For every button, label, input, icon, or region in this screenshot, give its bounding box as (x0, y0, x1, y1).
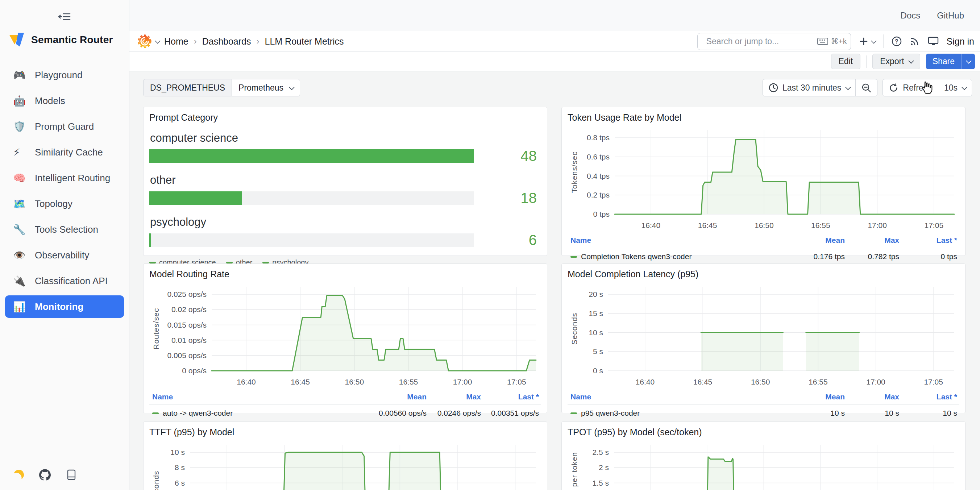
svg-text:2 s: 2 s (599, 463, 609, 471)
svg-text:0 tps: 0 tps (593, 210, 609, 218)
time-series-chart[interactable]: 0 tps0.2 tps0.4 tps0.6 tps0.8 tps16:4016… (568, 124, 959, 233)
panel-title[interactable]: Model Completion Latency (p95) (568, 269, 959, 280)
refresh-button[interactable]: Refresh (883, 80, 938, 96)
last-value: 0 tps (899, 252, 957, 261)
brain-icon: 🧠 (13, 172, 26, 184)
help-icon[interactable]: ? (892, 36, 902, 46)
svg-text:17:00: 17:00 (866, 378, 885, 386)
share-menu-chevron[interactable] (961, 54, 975, 69)
search-shortcut: ⌘+k (817, 37, 847, 46)
shield-icon: 🛡️ (13, 121, 26, 133)
time-series-chart[interactable]: 0 ops/s0.005 ops/s0.01 ops/s0.015 ops/s0… (149, 281, 541, 390)
bar-label: psychology (150, 216, 541, 229)
time-series-chart[interactable]: 0 s0.5 s1 s1.5 s2 s2.5 s16:4016:4516:501… (568, 439, 959, 490)
svg-text:16:45: 16:45 (698, 221, 717, 229)
svg-text:16:50: 16:50 (754, 221, 774, 229)
svg-text:17:05: 17:05 (507, 378, 526, 386)
zoom-out-icon (861, 83, 871, 93)
svg-text:Routes/sec: Routes/sec (152, 308, 160, 349)
column-mean[interactable]: Mean (783, 393, 845, 401)
share-button[interactable]: Share (926, 54, 975, 69)
breadcrumb-dashboards[interactable]: Dashboards (202, 36, 251, 47)
sidebar-item-observability[interactable]: 👁️ Observability (5, 244, 124, 266)
panel-completion-latency: Model Completion Latency (p95) 0 s5 s10 … (562, 264, 966, 413)
github-link[interactable]: GitHub (937, 11, 964, 21)
column-mean[interactable]: Mean (783, 236, 845, 245)
new-button[interactable] (859, 37, 875, 46)
svg-text:Seconds: Seconds (570, 313, 578, 345)
org-switcher-chevron-icon[interactable] (155, 38, 161, 44)
column-mean[interactable]: Mean (365, 393, 426, 401)
edit-button[interactable]: Edit (831, 54, 861, 69)
brand[interactable]: Semantic Router (9, 32, 129, 48)
panel-title[interactable]: Model Routing Rate (149, 269, 541, 280)
bar-fill (149, 191, 242, 205)
column-name[interactable]: Name (570, 236, 783, 245)
panel-title[interactable]: TPOT (p95) by Model (sec/token) (568, 427, 959, 438)
github-icon[interactable] (39, 469, 51, 480)
bar-gauge: computer science 48 other 18 psychology … (149, 132, 541, 267)
docs-link[interactable]: Docs (900, 11, 921, 21)
plug-icon: 🔌 (13, 275, 26, 287)
panel-title[interactable]: TTFT (p95) by Model (149, 427, 541, 438)
sidebar-collapse-button[interactable] (54, 11, 75, 22)
time-controls: Last 30 minutes Refresh 10s (762, 79, 972, 96)
eye-icon: 👁️ (13, 249, 26, 261)
sidebar-item-models[interactable]: 🤖 Models (5, 89, 124, 112)
svg-text:8 s: 8 s (175, 463, 185, 471)
refresh-interval-select[interactable]: 10s (938, 80, 972, 96)
svg-text:0.01 ops/s: 0.01 ops/s (172, 336, 207, 344)
column-max[interactable]: Max (426, 393, 481, 401)
search-box[interactable]: ⌘+k (697, 33, 851, 50)
dashboard-canvas: DS_PROMETHEUS Prometheus Last 30 minutes (129, 72, 980, 490)
sidebar-item-playground[interactable]: 🎮 Playground (5, 64, 124, 86)
time-series-chart[interactable]: 0 s2 s4 s6 s8 s10 s16:4016:4516:5016:551… (149, 439, 541, 490)
column-last[interactable]: Last * (899, 393, 957, 401)
news-rss-icon[interactable] (910, 36, 920, 46)
time-series-chart[interactable]: 0 s5 s10 s15 s20 s16:4016:4516:5016:5517… (568, 281, 959, 390)
svg-text:16:40: 16:40 (237, 378, 256, 386)
divider (883, 35, 884, 48)
sidebar-item-prompt-guard[interactable]: 🛡️ Prompt Guard (5, 115, 124, 138)
export-button[interactable]: Export (872, 54, 920, 69)
breadcrumb-home[interactable]: Home (164, 36, 188, 47)
docs-book-icon[interactable] (66, 469, 77, 480)
breadcrumb-current-dashboard[interactable]: LLM Router Metrics (265, 36, 344, 47)
svg-text:Seconds: Seconds (152, 471, 160, 490)
column-max[interactable]: Max (845, 393, 899, 401)
grafana-logo[interactable] (138, 35, 151, 48)
lightning-icon: ⚡ (13, 146, 26, 158)
series-name[interactable]: auto -> qwen3-coder (152, 409, 365, 417)
column-name[interactable]: Name (152, 393, 365, 401)
chevron-down-icon (961, 84, 967, 90)
dark-mode-toggle-moon-icon[interactable] (12, 468, 25, 481)
series-name[interactable]: Completion Tokens qwen3-coder (570, 252, 783, 261)
datasource-select[interactable]: Prometheus (232, 79, 300, 96)
sidebar-item-intelligent-routing[interactable]: 🧠 Intelligent Routing (5, 167, 124, 189)
search-input[interactable] (706, 37, 814, 46)
zoom-out-button[interactable] (855, 80, 877, 96)
breadcrumb-separator: › (194, 36, 197, 46)
panel-title[interactable]: Prompt Category (149, 112, 541, 123)
dashboard-toolbar: Edit Export Share (129, 52, 980, 72)
kiosk-monitor-icon[interactable] (928, 36, 939, 46)
sign-in-link[interactable]: Sign in (947, 36, 974, 47)
time-range-picker[interactable]: Last 30 minutes (763, 80, 855, 96)
svg-text:0.2 tps: 0.2 tps (587, 191, 609, 199)
sidebar-item-classification-api[interactable]: 🔌 Classification API (5, 270, 124, 292)
column-name[interactable]: Name (570, 393, 783, 401)
datasource-variable-label: DS_PROMETHEUS (143, 79, 232, 96)
panel-prompt-category: Prompt Category computer science 48 othe… (143, 107, 547, 256)
mean-value: 0.176 tps (783, 252, 845, 261)
sidebar-item-monitoring[interactable]: 📊 Monitoring (5, 295, 124, 318)
bar-chart-icon: 📊 (13, 301, 26, 313)
sidebar-item-tools-selection[interactable]: 🔧 Tools Selection (5, 218, 124, 241)
sidebar-item-topology[interactable]: 🗺️ Topology (5, 192, 124, 215)
column-last[interactable]: Last * (481, 393, 539, 401)
panel-title[interactable]: Token Usage Rate by Model (568, 112, 959, 123)
sidebar-item-similarity-cache[interactable]: ⚡ Similarity Cache (5, 141, 124, 164)
column-max[interactable]: Max (845, 236, 899, 245)
column-last[interactable]: Last * (899, 236, 957, 245)
refresh-group: Refresh 10s (883, 79, 972, 96)
series-name[interactable]: p95 qwen3-coder (570, 409, 783, 417)
